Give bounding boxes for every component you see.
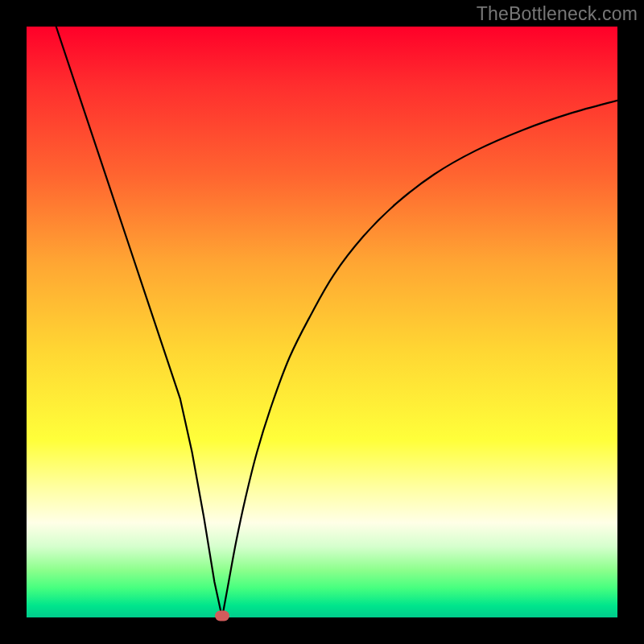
curve-layer [27, 27, 617, 617]
curve-left-branch [56, 27, 222, 617]
watermark-label: TheBottleneck.com [477, 3, 638, 25]
chart-frame: TheBottleneck.com [0, 0, 644, 644]
minimum-marker [215, 611, 229, 621]
curve-right-branch [222, 101, 617, 617]
plot-area [27, 27, 617, 617]
